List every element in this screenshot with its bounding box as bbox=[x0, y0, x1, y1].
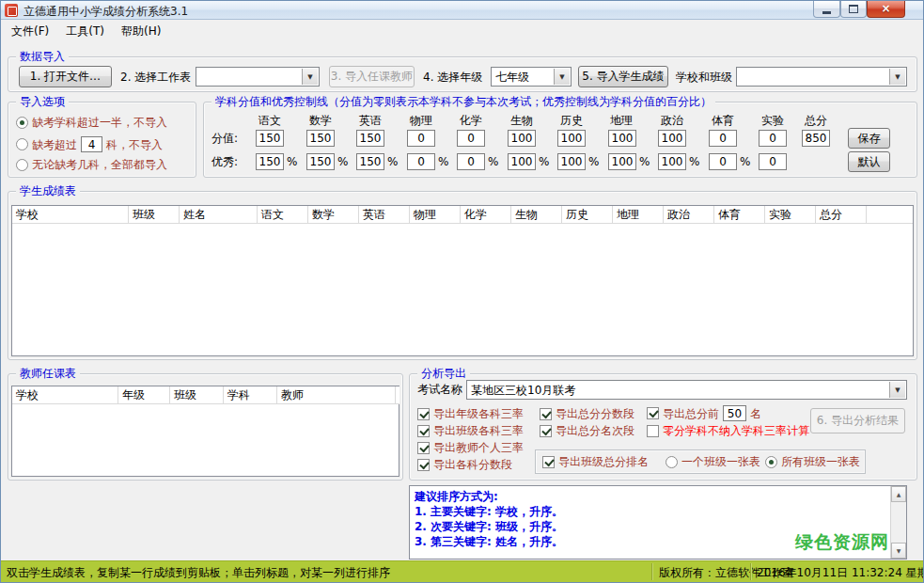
cb-zero-exclude[interactable]: 零分学科不纳入学科三率计算 bbox=[647, 424, 809, 437]
radio-import-all[interactable]: 无论缺考几科，全部都导入 bbox=[16, 158, 167, 171]
student-column-header[interactable]: 姓名 bbox=[180, 206, 258, 224]
total-score-input[interactable] bbox=[802, 130, 830, 147]
teacher-column-header[interactable]: 教师 bbox=[277, 386, 396, 404]
student-table-body[interactable] bbox=[12, 224, 913, 355]
score-input[interactable] bbox=[709, 130, 737, 147]
excellent-input[interactable] bbox=[709, 153, 737, 170]
score-input[interactable] bbox=[658, 130, 686, 147]
teacher-column-header[interactable]: 年级 bbox=[118, 386, 170, 404]
student-column-header[interactable]: 物理 bbox=[410, 206, 461, 224]
checkbox-icon bbox=[540, 425, 552, 437]
student-column-header[interactable]: 学校 bbox=[12, 206, 129, 224]
excellent-input[interactable] bbox=[256, 153, 284, 170]
teacher-table-header: 学校 年级 班级 学科 教师 bbox=[12, 386, 399, 404]
student-column-header[interactable]: 政治 bbox=[664, 206, 714, 224]
student-column-header[interactable]: 生物 bbox=[511, 206, 562, 224]
student-column-header[interactable]: 语文 bbox=[258, 206, 308, 224]
worksheet-select[interactable]: ▼ bbox=[196, 67, 320, 87]
menu-tools[interactable]: 工具(T) bbox=[57, 21, 113, 42]
cb-subject-score-segments[interactable]: 导出各科分数段 bbox=[417, 458, 512, 471]
score-input[interactable] bbox=[356, 130, 384, 147]
student-column-header[interactable]: 数学 bbox=[308, 206, 359, 224]
minimize-button[interactable] bbox=[813, 1, 840, 18]
title-bar[interactable]: 立德通用中小学成绩分析系统3.1 × bbox=[1, 1, 923, 20]
student-score-table[interactable]: 学校 班级 姓名 语文 数学 英语 物理 化学 生物 历史 地理 政治 体育 实… bbox=[11, 205, 914, 356]
close-button[interactable]: × bbox=[867, 1, 905, 18]
student-column-header[interactable]: 历史 bbox=[562, 206, 613, 224]
score-input[interactable] bbox=[457, 130, 485, 147]
radio-all-classes-one-sheet[interactable]: 所有班级一张表 bbox=[765, 455, 860, 468]
excellent-input[interactable] bbox=[457, 153, 485, 170]
missing-subject-count-input[interactable] bbox=[81, 136, 102, 152]
score-input[interactable] bbox=[407, 130, 435, 147]
group-title: 学生成绩表 bbox=[16, 184, 80, 198]
excellent-input[interactable] bbox=[407, 153, 435, 170]
score-input[interactable] bbox=[557, 130, 586, 147]
checkbox-label: 导出班级总分排名 bbox=[558, 455, 649, 468]
student-column-header[interactable]: 总分 bbox=[816, 206, 867, 224]
excellent-input[interactable] bbox=[306, 153, 335, 170]
menu-file[interactable]: 文件(F) bbox=[3, 21, 57, 42]
vertical-scrollbar[interactable]: ▲ ▼ bbox=[890, 486, 906, 559]
teacher-table[interactable]: 学校 年级 班级 学科 教师 bbox=[11, 386, 399, 477]
score-input[interactable] bbox=[508, 130, 536, 147]
exam-name-select[interactable]: 某地区三校10月联考 ▼ bbox=[466, 380, 907, 400]
group-title: 学科分值和优秀控制线（分值为零则表示本学科不参与本次考试；优秀控制线为学科分值的… bbox=[211, 95, 715, 109]
excellent-input[interactable] bbox=[759, 153, 787, 170]
chevron-down-icon[interactable]: ▼ bbox=[889, 382, 905, 398]
percent-sign: % bbox=[287, 153, 297, 170]
chevron-down-icon[interactable]: ▼ bbox=[302, 69, 318, 85]
student-column-header[interactable]: 实验 bbox=[765, 206, 816, 224]
scroll-up-icon[interactable]: ▲ bbox=[891, 486, 906, 502]
checkbox-icon bbox=[417, 459, 430, 471]
radio-one-class-per-sheet[interactable]: 一个班级一张表 bbox=[666, 455, 760, 468]
checkbox-label-suffix: 名 bbox=[750, 407, 761, 420]
import-teachers-button[interactable]: 3. 导入任课教师 bbox=[329, 66, 415, 87]
import-scores-button[interactable]: 5. 导入学生成绩 bbox=[578, 66, 668, 87]
excellent-input[interactable] bbox=[356, 153, 384, 170]
default-button[interactable]: 默认 bbox=[848, 151, 890, 172]
percent-sign: % bbox=[588, 153, 599, 170]
cb-class-subject-rates[interactable]: 导出班级各科三率 bbox=[417, 424, 524, 437]
student-column-header[interactable]: 化学 bbox=[461, 206, 511, 224]
cb-grade-subject-rates[interactable]: 导出年级各科三率 bbox=[417, 407, 524, 420]
student-column-header[interactable]: 班级 bbox=[129, 206, 180, 224]
percent-sign: % bbox=[539, 153, 549, 170]
maximize-button[interactable] bbox=[840, 1, 867, 18]
top-n-input[interactable] bbox=[723, 405, 746, 421]
menu-help[interactable]: 帮助(H) bbox=[113, 21, 169, 42]
excellent-input[interactable] bbox=[508, 153, 536, 170]
chevron-down-icon[interactable]: ▼ bbox=[554, 69, 570, 85]
excellent-input[interactable] bbox=[608, 153, 636, 170]
score-input[interactable] bbox=[306, 130, 335, 147]
excellent-input[interactable] bbox=[658, 153, 686, 170]
cb-total-score-segments[interactable]: 导出总分分数段 bbox=[540, 407, 634, 420]
score-input[interactable] bbox=[759, 130, 787, 147]
teacher-table-body[interactable] bbox=[12, 404, 399, 476]
export-results-button[interactable]: 6. 导出分析结果 bbox=[810, 408, 905, 433]
scroll-down-icon[interactable]: ▼ bbox=[891, 543, 906, 559]
cb-top-n[interactable]: 导出总分前 名 bbox=[647, 405, 761, 421]
chevron-down-icon[interactable]: ▼ bbox=[889, 69, 905, 85]
excellent-input[interactable] bbox=[557, 153, 586, 170]
save-button[interactable]: 保存 bbox=[848, 128, 890, 149]
school-class-select[interactable]: ▼ bbox=[736, 67, 907, 87]
cb-total-rank-segments[interactable]: 导出总分名次段 bbox=[540, 424, 634, 437]
student-column-header[interactable]: 体育 bbox=[714, 206, 765, 224]
open-file-button[interactable]: 1. 打开文件… bbox=[19, 66, 112, 87]
radio-skip-half[interactable]: 缺考学科超过一半，不导入 bbox=[16, 116, 167, 129]
grade-select[interactable]: 七年级 ▼ bbox=[491, 67, 572, 87]
teacher-column-header[interactable]: 班级 bbox=[170, 386, 224, 404]
cb-teacher-personal-rates[interactable]: 导出教师个人三率 bbox=[417, 441, 524, 454]
app-icon bbox=[5, 4, 18, 17]
subject-label: 化学 bbox=[452, 114, 490, 127]
cb-class-total-ranking[interactable]: 导出班级总分排名 bbox=[542, 455, 649, 468]
radio-skip-over-n[interactable]: 缺考超过 科，不导入 bbox=[16, 136, 163, 152]
score-input[interactable] bbox=[256, 130, 284, 147]
student-column-header[interactable]: 地理 bbox=[613, 206, 664, 224]
status-divider bbox=[651, 563, 652, 580]
student-column-header[interactable]: 英语 bbox=[359, 206, 410, 224]
teacher-column-header[interactable]: 学科 bbox=[224, 386, 277, 404]
teacher-column-header[interactable]: 学校 bbox=[12, 386, 118, 404]
score-input[interactable] bbox=[608, 130, 636, 147]
